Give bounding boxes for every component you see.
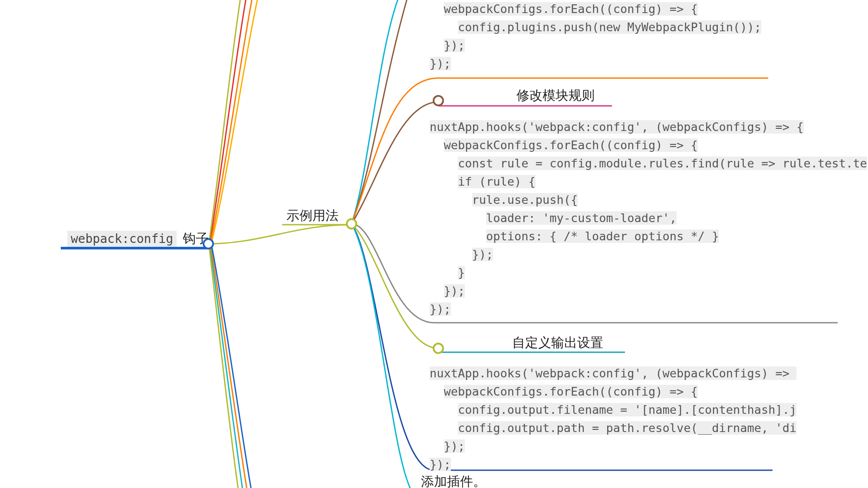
- root-tag: webpack:config: [67, 231, 177, 247]
- branch-title-modify-rules[interactable]: 修改模块规则: [516, 87, 595, 105]
- branch-title-add-plugin[interactable]: 添加插件。: [421, 473, 486, 488]
- svg-point-7: [434, 344, 443, 353]
- code-block-top: webpackConfigs.forEach((config) => { con…: [430, 0, 761, 73]
- root-label-text: 钩子: [183, 231, 209, 246]
- root-node[interactable]: webpack:config 钩子: [67, 230, 209, 248]
- code-block-output-settings: nuxtApp.hooks('webpack:config', (webpack…: [430, 364, 796, 474]
- branch-title-output-settings[interactable]: 自定义输出设置: [512, 334, 603, 352]
- mid-label-text: 示例用法: [286, 208, 339, 223]
- code-block-modify-rules: nuxtApp.hooks('webpack:config', (webpack…: [430, 118, 867, 318]
- svg-point-5: [347, 219, 356, 229]
- mid-node[interactable]: 示例用法: [286, 207, 339, 225]
- svg-point-6: [434, 96, 443, 105]
